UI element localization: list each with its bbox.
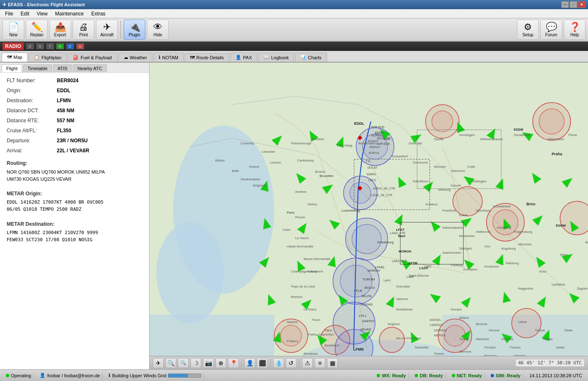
tab-pax[interactable]: 👤 PAX	[230, 53, 257, 62]
metar-dest-value: LFMN 141600Z 23004KT 210V270 9999 FEW033…	[7, 230, 142, 243]
datetime-label: 14.11.2013 10:38:28 UTC	[529, 373, 582, 378]
setup-icon: ⚙	[524, 23, 532, 32]
status-net-label: NET: Ready	[457, 373, 482, 378]
tab-notam[interactable]: ℹ NOTAM	[153, 53, 184, 62]
map-tool-person[interactable]: 👤	[244, 358, 255, 368]
status-db: DB: Ready	[412, 373, 446, 378]
svg-text:LFLB: LFLB	[354, 289, 362, 293]
radio-d[interactable]: D	[26, 43, 34, 49]
tab-map[interactable]: 🗺 Map	[2, 53, 28, 62]
destination-label: Destination:	[7, 98, 57, 103]
hide-button[interactable]: 👁 Hide	[147, 20, 169, 40]
svg-text:LSGG_SE_CTR: LSGG_SE_CTR	[371, 194, 392, 197]
svg-text:Peine: Peine	[568, 133, 577, 137]
radio-c[interactable]: C	[66, 43, 74, 49]
svg-text:Zadar: Zadar	[556, 346, 565, 349]
svg-text:EDDB: EDDB	[514, 128, 523, 131]
origin-label: Origin:	[7, 88, 57, 93]
svg-text:EDOL23R: EDOL23R	[377, 137, 390, 140]
tab-route[interactable]: 🗺 Route Details	[185, 53, 229, 62]
subtab-nearbyatc[interactable]: Nearby ATC	[73, 64, 106, 72]
tab-flightplan[interactable]: 📋 Flightplan	[28, 53, 67, 62]
svg-text:NERAS: NERAS	[434, 333, 446, 337]
new-button[interactable]: 📄 New	[3, 20, 24, 40]
radio-t[interactable]: T	[46, 43, 54, 49]
svg-text:LSAS_CTR: LSAS_CTR	[392, 260, 407, 263]
svg-text:Schweinfurt: Schweinfurt	[493, 204, 511, 208]
map-tool-pin[interactable]: 📍	[228, 358, 239, 368]
map-toolbar-sep-3	[299, 359, 299, 367]
subtab-atis[interactable]: ATIS	[53, 64, 72, 72]
svg-text:Groningen: Groningen	[459, 133, 475, 137]
svg-text:Konstanz: Konstanz	[464, 267, 478, 271]
plugin-button[interactable]: 🔌 Plugin	[124, 20, 145, 40]
subtab-timetable[interactable]: Timetable	[23, 64, 52, 72]
radio-g[interactable]: G	[36, 43, 44, 49]
svg-text:Paris: Paris	[287, 211, 294, 214]
svg-text:Sisak: Sisak	[564, 328, 573, 332]
svg-text:FJL: FJL	[366, 159, 371, 162]
export-button[interactable]: 📤 Export	[49, 20, 71, 40]
svg-text:Novara: Novara	[451, 308, 461, 311]
menu-view[interactable]: View	[33, 10, 51, 18]
plugin-label: Plugin	[129, 33, 140, 37]
menu-file[interactable]: File	[2, 10, 16, 18]
map-area[interactable]: EDDL LFMN Bruxelles Brussel Paris Luxemb…	[150, 63, 588, 369]
replan-button[interactable]: ✏️ Replan	[26, 20, 48, 40]
close-button[interactable]: ✕	[578, 1, 585, 8]
map-tool-cloud[interactable]: 💧	[273, 358, 284, 368]
help-button[interactable]: ❓ Help	[564, 20, 585, 40]
svg-text:ROPUV: ROPUV	[369, 151, 379, 154]
svg-text:Graz: Graz	[539, 270, 546, 273]
forum-label: Forum	[545, 33, 558, 37]
radio-u[interactable]: U	[76, 43, 84, 49]
setup-button[interactable]: ⚙ Setup	[517, 20, 539, 40]
weather-tab-label: Weather	[130, 55, 147, 60]
flt-number-label: FLT Number:	[7, 78, 57, 83]
map-tool-zoom-in[interactable]: 🔍	[165, 358, 176, 368]
svg-point-17	[432, 111, 453, 132]
replan-icon: ✏️	[31, 23, 43, 32]
aircraft-button[interactable]: ✈ Aircraft	[96, 20, 118, 40]
svg-text:TUROM: TUROM	[362, 278, 375, 281]
svg-text:Milano: Milano	[459, 316, 469, 320]
tab-fuel[interactable]: ⛽ Fuel & Payload	[68, 53, 117, 62]
print-button[interactable]: 🖨 Print	[73, 20, 94, 40]
weather-tab-icon: ☁	[124, 55, 128, 60]
pax-tab-label: PAX	[243, 55, 252, 60]
tab-weather[interactable]: ☁ Weather	[118, 53, 152, 62]
svg-text:KOGAS: KOGAS	[361, 303, 373, 306]
svg-text:Koblenz: Koblenz	[426, 202, 438, 206]
map-tool-refresh[interactable]: ↺	[286, 358, 297, 368]
destination-row: Destination: LFMN	[7, 98, 142, 103]
tab-charts[interactable]: 📊 Charts	[295, 53, 327, 62]
map-tool-camera[interactable]: 📷	[203, 358, 214, 368]
wx-dot	[377, 374, 380, 377]
map-tool-night[interactable]: ☽	[190, 358, 201, 368]
maximize-button[interactable]: □	[570, 1, 577, 8]
destination-value: LFMN	[57, 98, 71, 103]
menu-maintenance[interactable]: Maintenance	[52, 10, 87, 18]
radio-a[interactable]: A	[56, 43, 64, 49]
menu-extras[interactable]: Extras	[88, 10, 109, 18]
map-tool-warning[interactable]: ⚠	[302, 358, 313, 368]
map-tool-zoom-out[interactable]: 🔍	[178, 358, 189, 368]
map-tool-square[interactable]: ⬛	[257, 358, 268, 368]
map-tool-plane[interactable]: ✈	[153, 358, 164, 368]
svg-text:Valence: Valence	[396, 297, 408, 301]
svg-text:Torino: Torino	[459, 337, 468, 341]
minimize-button[interactable]: —	[561, 1, 569, 8]
svg-text:Dortmund: Dortmund	[413, 161, 428, 164]
forum-button[interactable]: 💬 Forum	[540, 20, 562, 40]
menu-edit[interactable]: Edit	[17, 10, 33, 18]
svg-point-29	[539, 109, 564, 134]
map-tool-grid[interactable]: ≡	[314, 358, 325, 368]
svg-text:Fulda: Fulda	[459, 213, 468, 217]
fuel-tab-icon: ⛽	[73, 55, 79, 60]
tab-logbook[interactable]: 📖 Logbook	[258, 53, 294, 62]
svg-text:LFLL: LFLL	[359, 314, 367, 318]
map-tool-tiles[interactable]: ▦	[327, 358, 338, 368]
subtab-flight[interactable]: Flight	[2, 64, 22, 72]
status-wx: WX: Ready	[374, 373, 408, 378]
map-tool-target[interactable]: ⊕	[215, 358, 226, 368]
